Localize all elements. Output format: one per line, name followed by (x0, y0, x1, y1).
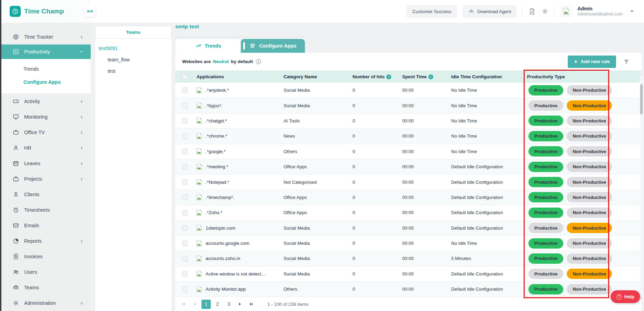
non-productive-badge[interactable]: Non-Productive (567, 269, 612, 279)
chevron-right-icon: › (81, 176, 82, 182)
team-item-root[interactable]: test9091 (95, 39, 171, 51)
download-agent-button[interactable]: Download Agent (463, 5, 517, 18)
row-checkbox[interactable] (182, 194, 188, 200)
productive-badge[interactable]: Productive (528, 146, 563, 157)
last-page-button[interactable] (247, 300, 256, 309)
sidebar-item-label: Clients (24, 192, 39, 197)
sidebar-item-administration[interactable]: Administration› (1, 295, 91, 311)
tab-trends[interactable]: Trends (175, 39, 241, 53)
row-checkbox[interactable] (182, 225, 188, 231)
team-item-child[interactable]: test (95, 62, 171, 74)
productive-badge[interactable]: Productive (528, 192, 563, 202)
first-page-button[interactable] (179, 300, 188, 309)
row-checkbox[interactable] (182, 256, 188, 261)
row-checkbox[interactable] (182, 118, 188, 123)
sidebar-item-monitoring[interactable]: Monitoring› (1, 109, 91, 124)
sidebar-item-label: Activity (24, 99, 40, 104)
sidebar-item-leaves[interactable]: Leaves› (1, 156, 91, 171)
non-productive-badge[interactable]: Non-Productive (567, 162, 612, 172)
non-productive-badge[interactable]: Non-Productive (567, 131, 612, 141)
team-item-child[interactable]: team_flow (95, 51, 171, 62)
non-productive-badge[interactable]: Non-Productive (567, 85, 612, 96)
sidebar-item-clients[interactable]: Clients (1, 187, 91, 202)
info-icon[interactable]: i (256, 59, 261, 64)
sidebar-item-time-tracker[interactable]: Time Tracker› (1, 29, 91, 44)
sidebar-item-timesheets[interactable]: Timesheets (1, 202, 91, 218)
sidebar-item-office-tv[interactable]: Office TV› (1, 124, 91, 140)
page-number-1[interactable]: 1 (201, 300, 211, 309)
productive-badge[interactable]: Productive (528, 162, 563, 172)
sidebar-item-invoices[interactable]: Invoices (1, 249, 91, 264)
teams-panel-header[interactable]: Teams (95, 26, 171, 39)
user-block[interactable]: Admin Adminuserl@admin.com (577, 6, 623, 17)
non-productive-badge[interactable]: Non-Productive (567, 253, 612, 264)
non-productive-badge[interactable]: Non-Productive (567, 208, 612, 218)
user-menu-caret-icon[interactable] (630, 10, 634, 12)
document-icon[interactable] (528, 8, 536, 15)
sidebar-item-hr[interactable]: HR› (1, 140, 91, 156)
sidebar-item-activity[interactable]: Activity› (1, 93, 91, 109)
row-checkbox[interactable] (182, 133, 188, 139)
sidebar-item-emails[interactable]: Emails (1, 218, 91, 233)
sidebar-subitem-trends[interactable]: Trends (1, 62, 91, 76)
customer-success-button[interactable]: Customer Success (407, 5, 457, 18)
next-page-button[interactable] (236, 300, 245, 309)
idle-config-cell: Default Idle Configuration (449, 225, 525, 231)
non-productive-badge[interactable]: Non-Productive (567, 223, 612, 233)
filter-icon[interactable] (623, 58, 630, 65)
tab-configure-apps[interactable]: Configure Apps (241, 39, 305, 53)
row-checkbox[interactable] (182, 210, 188, 215)
productive-badge[interactable]: Productive (528, 131, 563, 141)
page-number-3[interactable]: 3 (224, 300, 234, 309)
info-icon[interactable]: i (386, 74, 391, 79)
productivity-type-cell: ProductiveNon-Productive (525, 131, 611, 141)
prev-page-button[interactable] (190, 300, 199, 309)
row-checkbox[interactable] (182, 164, 188, 170)
add-new-rule-button[interactable]: + Add new rule (568, 56, 616, 68)
time-tracker-icon (12, 33, 19, 40)
sidebar-collapse-button[interactable]: «« (84, 5, 96, 17)
non-productive-badge[interactable]: Non-Productive (567, 177, 612, 187)
page-number-2[interactable]: 2 (213, 300, 222, 309)
scroll-down-icon[interactable]: ▼ (640, 297, 643, 299)
info-icon[interactable]: i (428, 74, 433, 79)
sidebar-item-label: Productivity (24, 49, 50, 54)
non-productive-badge[interactable]: Non-Productive (567, 146, 612, 157)
productive-badge[interactable]: Productive (528, 269, 563, 279)
app-favicon-broken-image-icon (195, 132, 203, 140)
application-name: .*Zoho.* (206, 210, 222, 215)
sidebar-item-teams[interactable]: Teams (1, 280, 91, 295)
row-checkbox[interactable] (182, 287, 188, 292)
productive-badge[interactable]: Productive (528, 85, 563, 96)
row-checkbox[interactable] (182, 241, 188, 246)
productive-badge[interactable]: Productive (528, 208, 563, 218)
sidebar-item-reports[interactable]: Reports› (1, 233, 91, 249)
non-productive-badge[interactable]: Non-Productive (567, 116, 612, 126)
row-checkbox[interactable] (182, 103, 188, 108)
scrollbar-thumb[interactable] (640, 84, 643, 114)
row-checkbox[interactable] (182, 88, 188, 93)
productive-badge[interactable]: Productive (528, 116, 563, 126)
sidebar-item-users[interactable]: Users (1, 264, 91, 280)
non-productive-badge[interactable]: Non-Productive (567, 192, 612, 202)
productive-badge[interactable]: Productive (528, 177, 563, 187)
non-productive-badge[interactable]: Non-Productive (567, 238, 612, 249)
productive-badge[interactable]: Productive (528, 284, 563, 294)
select-all-checkbox[interactable] (182, 74, 188, 80)
productive-badge[interactable]: Productive (528, 253, 563, 264)
non-productive-badge[interactable]: Non-Productive (567, 100, 612, 111)
sidebar-item-projects[interactable]: Projects› (1, 171, 91, 187)
avatar[interactable] (560, 6, 572, 17)
productive-badge[interactable]: Productive (528, 100, 563, 111)
sidebar-item-productivity[interactable]: Productivity› (1, 44, 91, 59)
help-button[interactable]: ? Help (611, 290, 640, 303)
row-checkbox[interactable] (182, 179, 188, 185)
row-checkbox[interactable] (182, 149, 188, 154)
sidebar-subitem-configure-apps[interactable]: Configure Apps (1, 76, 91, 89)
productive-badge[interactable]: Productive (528, 238, 563, 249)
scroll-up-icon[interactable]: ▲ (640, 73, 643, 76)
row-checkbox[interactable] (182, 271, 188, 277)
productive-badge[interactable]: Productive (528, 223, 563, 233)
non-productive-badge[interactable]: Non-Productive (567, 284, 612, 294)
settings-gear-icon[interactable] (541, 8, 549, 15)
